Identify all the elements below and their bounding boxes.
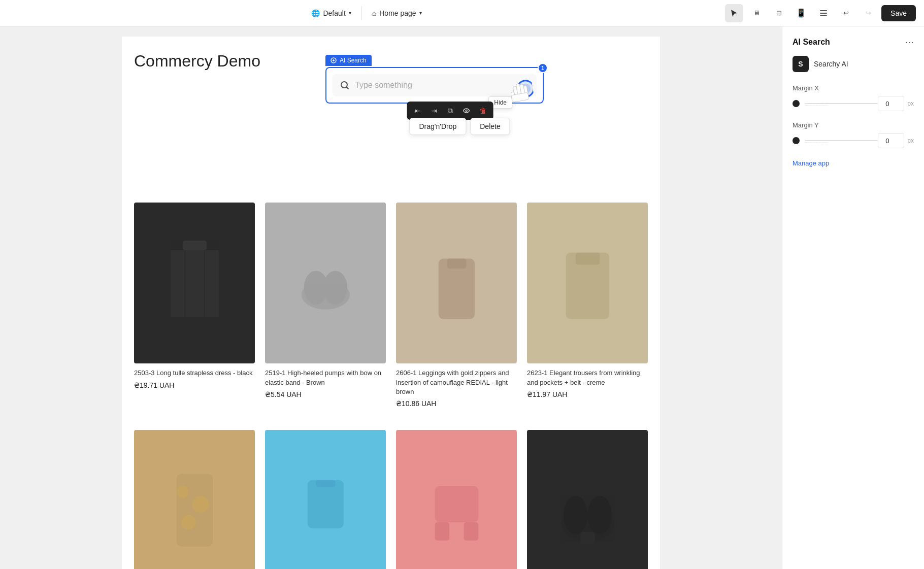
product-image xyxy=(265,430,386,569)
list-item[interactable]: 2503-3 Long tulle strapless dress - blac… xyxy=(134,203,255,408)
context-toolbar: ⇤ ⇥ ⧉ 🗑 xyxy=(407,102,493,120)
product-image xyxy=(265,203,386,363)
svg-point-23 xyxy=(176,486,188,498)
ai-search-overlay: AI Search 1 Type something Hide xyxy=(325,67,544,104)
dnd-tooltip: Drag'n'Drop Delete xyxy=(409,118,510,135)
svg-rect-21 xyxy=(575,253,600,265)
redo-btn[interactable]: ↪ xyxy=(859,4,877,22)
homepage-nav[interactable]: ⌂ Home page ▾ xyxy=(366,6,428,20)
ai-search-tab: AI Search xyxy=(325,55,372,66)
margin-x-slider-row: ····················· xyxy=(793,100,878,107)
product-image xyxy=(134,430,255,569)
default-label: Default xyxy=(323,9,345,17)
panel-menu-btn[interactable]: ⋯ xyxy=(905,37,914,48)
list-item[interactable]: 2623-1 Elegant trousers from wrinkling a… xyxy=(527,203,648,408)
list-item[interactable]: 3418-2 Men shorts pink ₴4.21 UAH xyxy=(396,430,517,569)
page-canvas: Commercy Demo AI Search 1 xyxy=(0,26,782,569)
toolbar-divider xyxy=(361,6,362,20)
svg-point-32 xyxy=(563,496,587,534)
panel-header: AI Search ⋯ xyxy=(793,37,914,48)
ctx-delete-btn[interactable]: 🗑 xyxy=(475,104,490,118)
margin-x-slider-dot xyxy=(793,100,800,107)
ctx-align-left-btn[interactable]: ⇤ xyxy=(410,104,425,118)
svg-rect-29 xyxy=(435,522,449,541)
app-info: S Searchy AI xyxy=(793,56,914,72)
undo-btn[interactable]: ↩ xyxy=(837,4,855,22)
product-image xyxy=(396,430,517,569)
svg-rect-27 xyxy=(316,480,335,487)
desktop-icon: 🖥 xyxy=(753,9,760,17)
margin-y-slider-dot xyxy=(793,137,800,144)
default-nav[interactable]: 🌐 Default ▾ xyxy=(305,6,357,20)
delete-button[interactable]: Delete xyxy=(470,118,510,135)
layers-btn[interactable] xyxy=(814,4,833,22)
margin-x-slider-track[interactable]: ····················· xyxy=(805,103,878,104)
save-button[interactable]: Save xyxy=(881,5,916,21)
list-item[interactable]: 2519-1 High-heeled pumps with bow on ela… xyxy=(265,203,386,408)
list-item[interactable]: 2606-1 Leggings with gold zippers and in… xyxy=(396,203,517,408)
margin-x-unit: px xyxy=(907,100,914,107)
app-name: Searchy AI xyxy=(814,60,848,68)
margin-y-slider-track[interactable]: ····················· xyxy=(805,140,878,141)
margin-x-row: ····················· px xyxy=(793,96,914,111)
product-grid: 2503-3 Long tulle strapless dress - blac… xyxy=(134,203,648,569)
main-layout: Commercy Demo AI Search 1 xyxy=(0,26,924,569)
margin-y-unit: px xyxy=(907,137,914,144)
hide-label: Hide xyxy=(494,99,507,106)
tablet-view-btn[interactable]: ⊡ xyxy=(770,4,788,22)
product-image xyxy=(134,203,255,363)
svg-rect-30 xyxy=(464,522,478,541)
svg-point-25 xyxy=(181,515,196,530)
ai-search-badge: 1 xyxy=(538,63,548,73)
ai-search-tab-label: AI Search xyxy=(340,57,367,64)
desktop-view-btn[interactable]: 🖥 xyxy=(747,4,766,22)
default-chevron-icon: ▾ xyxy=(349,10,351,16)
ai-search-tab-icon xyxy=(331,57,337,63)
svg-point-33 xyxy=(587,496,612,534)
margin-y-input[interactable] xyxy=(878,133,904,148)
svg-point-24 xyxy=(192,496,209,513)
manage-app-link[interactable]: Manage app xyxy=(793,159,829,167)
margin-y-row: ····················· px xyxy=(793,133,914,148)
select-tool-btn[interactable] xyxy=(725,4,743,22)
svg-rect-22 xyxy=(176,474,212,547)
margin-y-slider-row: ····················· xyxy=(793,137,878,144)
search-icon xyxy=(340,80,350,90)
mobile-icon: 📱 xyxy=(796,8,806,18)
svg-rect-14 xyxy=(182,241,207,250)
svg-point-17 xyxy=(323,271,347,305)
ctx-align-center-btn[interactable]: ⇥ xyxy=(426,104,442,118)
product-price: ₴10.86 UAH xyxy=(396,399,517,408)
svg-rect-0 xyxy=(820,10,827,11)
app-avatar: S xyxy=(793,56,809,72)
margin-x-field: Margin X ····················· px xyxy=(793,84,914,111)
svg-rect-19 xyxy=(447,259,466,269)
globe-icon: 🌐 xyxy=(311,9,320,17)
toolbar-center: 🌐 Default ▾ ⌂ Home page ▾ xyxy=(305,6,427,20)
tablet-icon: ⊡ xyxy=(776,9,782,17)
panel-title: AI Search xyxy=(793,38,830,47)
svg-rect-1 xyxy=(820,13,827,14)
page-inner: Commercy Demo AI Search 1 xyxy=(122,37,660,569)
list-item[interactable]: 3102-1 Pleated dress with camouflage mot… xyxy=(134,430,255,569)
margin-y-input-row: px xyxy=(878,133,914,148)
toolbar: 🌐 Default ▾ ⌂ Home page ▾ 🖥 ⊡ 📱 ↩ ↪ Save xyxy=(0,0,924,26)
list-item[interactable]: 3423-1 latticed platform heels - black ₴… xyxy=(527,430,648,569)
product-image xyxy=(527,430,648,569)
margin-x-input[interactable] xyxy=(878,96,904,111)
list-item[interactable]: 3408-4 boxer with decoration of zircon -… xyxy=(265,430,386,569)
svg-rect-34 xyxy=(580,532,595,544)
homepage-chevron-icon: ▾ xyxy=(419,10,422,16)
mobile-view-btn[interactable]: 📱 xyxy=(792,4,810,22)
product-image xyxy=(396,203,517,363)
margin-x-input-row: px xyxy=(878,96,914,111)
dragndrop-button[interactable]: Drag'n'Drop xyxy=(409,118,466,135)
svg-point-5 xyxy=(466,110,467,112)
margin-x-label: Margin X xyxy=(793,84,914,92)
ctx-visibility-btn[interactable] xyxy=(459,104,474,118)
toolbar-right: 🖥 ⊡ 📱 ↩ ↪ Save xyxy=(725,4,916,22)
right-panel: AI Search ⋯ S Searchy AI Margin X ······… xyxy=(782,26,924,569)
product-price: ₴11.97 UAH xyxy=(527,390,648,398)
ctx-duplicate-btn[interactable]: ⧉ xyxy=(443,104,458,118)
homepage-label: Home page xyxy=(379,9,416,17)
